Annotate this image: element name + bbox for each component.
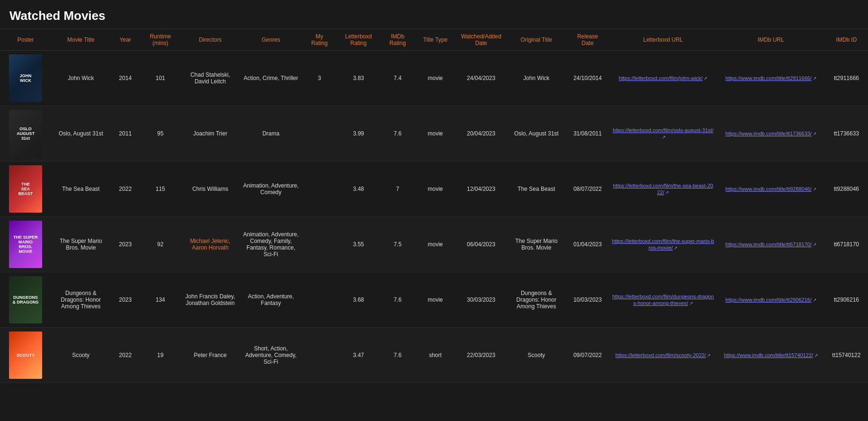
imdb-url-link[interactable]: https://www.imdb.com/title/tt1736633/ [726,131,812,136]
movie-origtitle: Scooty [507,328,566,383]
col-header-title: Movie Title [51,29,110,51]
movie-myrating [302,161,337,217]
movie-releasedate: 08/07/2022 [566,161,609,217]
movie-title: Scooty [51,328,110,383]
movie-genres: Animation, Adventure, Comedy [240,161,302,217]
external-link-icon: ↗ [689,301,693,306]
col-header-watchdate: Watched/AddedDate [456,29,507,51]
movie-year: 2022 [111,161,140,217]
movie-title: Oslo, August 31st [51,106,110,161]
table-row: THE SEA BEASTThe Sea Beast2022115Chris W… [0,161,868,217]
imdb-url-link[interactable]: https://www.imdb.com/title/tt15740122/ [724,352,813,358]
movie-origtitle: John Wick [507,51,566,106]
imdb-url-link[interactable]: https://www.imdb.com/title/tt9288046/ [726,186,812,192]
table-row: SCOOTYScooty202219Peter FranceShort, Act… [0,328,868,383]
movie-watchdate: 06/04/2023 [456,217,507,272]
poster-cell: JOHN WICK [0,51,51,106]
movie-year: 2014 [111,51,140,106]
movie-titletype: movie [415,272,456,328]
movie-runtime: 134 [140,272,180,328]
external-link-icon: ↗ [703,76,707,81]
col-header-lbrating: LetterboxdRating [337,29,380,51]
letterboxd-url-link[interactable]: https://letterboxd.com/film/scooty-2022/ [615,352,706,358]
movie-lburl-cell: https://letterboxd.com/film/dungeons-dra… [609,272,717,328]
movie-lbrating: 3.83 [337,51,380,106]
movie-title: The Super Mario Bros. Movie [51,217,110,272]
movie-myrating [302,272,337,328]
movie-releasedate: 09/07/2022 [566,328,609,383]
movie-imdbrating: 7 [380,161,415,217]
movie-poster: JOHN WICK [9,54,42,102]
movie-lburl-cell: https://letterboxd.com/film/the-sea-beas… [609,161,717,217]
table-row: JOHN WICKJohn Wick2014101Chad Stahelski,… [0,51,868,106]
movie-imdbid: tt6718170 [825,217,868,272]
external-link-icon: ↗ [814,353,818,358]
external-link-icon: ↗ [707,353,710,358]
movie-imdburl-cell: https://www.imdb.com/title/tt2911666/↗ [717,51,825,106]
col-header-releasedate: ReleaseDate [566,29,609,51]
letterboxd-url-link[interactable]: https://letterboxd.com/film/the-super-ma… [612,238,714,251]
movie-watchdate: 12/04/2023 [456,161,507,217]
movie-imdbid: tt2906216 [825,272,868,328]
movie-poster: THE SUPER MARIO BROS. MOVIE [9,221,42,268]
table-row: DUNGEONS & DRAGONSDungeons & Dragons: Ho… [0,272,868,328]
poster-cell: DUNGEONS & DRAGONS [0,272,51,328]
imdb-url-link[interactable]: https://www.imdb.com/title/tt2906216/ [726,297,812,303]
col-header-titletype: Title Type [415,29,456,51]
movie-myrating [302,106,337,161]
movie-titletype: movie [415,161,456,217]
movie-titletype: short [415,328,456,383]
external-link-icon: ↗ [813,131,816,136]
movie-lbrating: 3.47 [337,328,380,383]
page-title: Watched Movies [0,0,868,29]
movie-myrating [302,217,337,272]
movie-genres: Action, Crime, Thriller [240,51,302,106]
movie-origtitle: Dungeons & Dragons: Honor Among Thieves [507,272,566,328]
movie-titletype: movie [415,106,456,161]
movie-title: The Sea Beast [51,161,110,217]
letterboxd-url-link[interactable]: https://letterboxd.com/film/the-sea-beas… [613,183,713,195]
external-link-icon: ↗ [813,187,816,192]
movie-watchdate: 20/04/2023 [456,106,507,161]
movie-imdbrating: 7.6 [380,106,415,161]
letterboxd-url-link[interactable]: https://letterboxd.com/film/oslo-august-… [613,127,713,133]
imdb-url-link[interactable]: https://www.imdb.com/title/tt2911666/ [726,75,812,81]
movie-title: John Wick [51,51,110,106]
letterboxd-url-link[interactable]: https://letterboxd.com/film/john-wick/ [619,75,702,81]
movie-lburl-cell: https://letterboxd.com/film/oslo-august-… [609,106,717,161]
external-link-icon: ↗ [813,76,816,81]
poster-cell: THE SUPER MARIO BROS. MOVIE [0,217,51,272]
movie-directors: Chad Stahelski, David Leitch [181,51,240,106]
movie-imdbid: tt2911666 [825,51,868,106]
movie-imdburl-cell: https://www.imdb.com/title/tt15740122/↗ [717,328,825,383]
movie-lbrating: 3.48 [337,161,380,217]
poster-cell: OSLO AUGUST 31st [0,106,51,161]
movie-imdbid: tt1736633 [825,106,868,161]
table-row: THE SUPER MARIO BROS. MOVIEThe Super Mar… [0,217,868,272]
movie-poster: SCOOTY [9,331,42,379]
movie-year: 2022 [111,328,140,383]
table-row: OSLO AUGUST 31stOslo, August 31st201195J… [0,106,868,161]
col-header-directors: Directors [181,29,240,51]
movie-poster: THE SEA BEAST [9,165,42,213]
movie-genres: Animation, Adventure, Comedy, Family, Fa… [240,217,302,272]
movie-lbrating: 3.55 [337,217,380,272]
movie-runtime: 101 [140,51,180,106]
imdb-url-link[interactable]: https://www.imdb.com/title/tt6718170/ [726,242,812,247]
movie-watchdate: 22/03/2023 [456,328,507,383]
movie-directors: Peter France [181,328,240,383]
letterboxd-url-link[interactable]: https://letterboxd.com/film/dungeons-dra… [612,294,714,306]
movie-year: 2023 [111,272,140,328]
movie-imdbrating: 7.6 [380,272,415,328]
movie-origtitle: The Super Mario Bros. Movie [507,217,566,272]
col-header-lburl: Letterboxd URL [609,29,717,51]
external-link-icon: ↗ [665,190,669,195]
col-header-myrating: MyRating [302,29,337,51]
movie-poster: DUNGEONS & DRAGONS [9,276,42,323]
movie-origtitle: The Sea Beast [507,161,566,217]
movie-imdbid: tt9288046 [825,161,868,217]
movie-titletype: movie [415,217,456,272]
movie-imdbrating: 7.5 [380,217,415,272]
movie-lbrating: 3.68 [337,272,380,328]
movie-year: 2011 [111,106,140,161]
